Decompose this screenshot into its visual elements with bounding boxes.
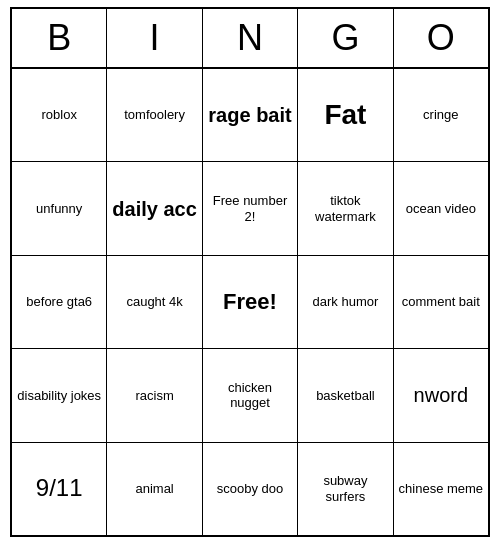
bingo-row: disability jokesracismchicken nuggetbask…	[12, 348, 488, 441]
bingo-header-letter: N	[203, 9, 298, 67]
bingo-header-letter: I	[107, 9, 202, 67]
bingo-cell[interactable]: rage bait	[203, 69, 298, 161]
bingo-card: BINGO robloxtomfooleryrage baitFatcringe…	[10, 7, 490, 537]
bingo-cell[interactable]: Free number 2!	[203, 162, 298, 254]
bingo-row: unfunnydaily accFree number 2!tiktok wat…	[12, 161, 488, 254]
bingo-header-letter: O	[394, 9, 488, 67]
bingo-cell[interactable]: scooby doo	[203, 443, 298, 535]
bingo-cell[interactable]: animal	[107, 443, 202, 535]
bingo-cell[interactable]: dark humor	[298, 256, 393, 348]
bingo-cell[interactable]: chicken nugget	[203, 349, 298, 441]
bingo-header-letter: G	[298, 9, 393, 67]
bingo-cell[interactable]: ocean video	[394, 162, 488, 254]
bingo-cell[interactable]: tiktok watermark	[298, 162, 393, 254]
bingo-cell[interactable]: roblox	[12, 69, 107, 161]
bingo-cell[interactable]: daily acc	[107, 162, 202, 254]
bingo-cell[interactable]: Fat	[298, 69, 393, 161]
bingo-cell[interactable]: caught 4k	[107, 256, 202, 348]
bingo-cell[interactable]: subway surfers	[298, 443, 393, 535]
bingo-header-letter: B	[12, 9, 107, 67]
bingo-cell[interactable]: unfunny	[12, 162, 107, 254]
bingo-header: BINGO	[12, 9, 488, 69]
bingo-cell[interactable]: Free!	[203, 256, 298, 348]
bingo-row: 9/11animalscooby doosubway surferschines…	[12, 442, 488, 535]
bingo-cell[interactable]: basketball	[298, 349, 393, 441]
bingo-cell[interactable]: chinese meme	[394, 443, 488, 535]
bingo-row: robloxtomfooleryrage baitFatcringe	[12, 69, 488, 161]
bingo-cell[interactable]: disability jokes	[12, 349, 107, 441]
bingo-cell[interactable]: before gta6	[12, 256, 107, 348]
bingo-cell[interactable]: tomfoolery	[107, 69, 202, 161]
bingo-row: before gta6caught 4kFree!dark humorcomme…	[12, 255, 488, 348]
bingo-cell[interactable]: comment bait	[394, 256, 488, 348]
bingo-cell[interactable]: racism	[107, 349, 202, 441]
bingo-grid: robloxtomfooleryrage baitFatcringeunfunn…	[12, 69, 488, 535]
bingo-cell[interactable]: nword	[394, 349, 488, 441]
bingo-cell[interactable]: cringe	[394, 69, 488, 161]
bingo-cell[interactable]: 9/11	[12, 443, 107, 535]
